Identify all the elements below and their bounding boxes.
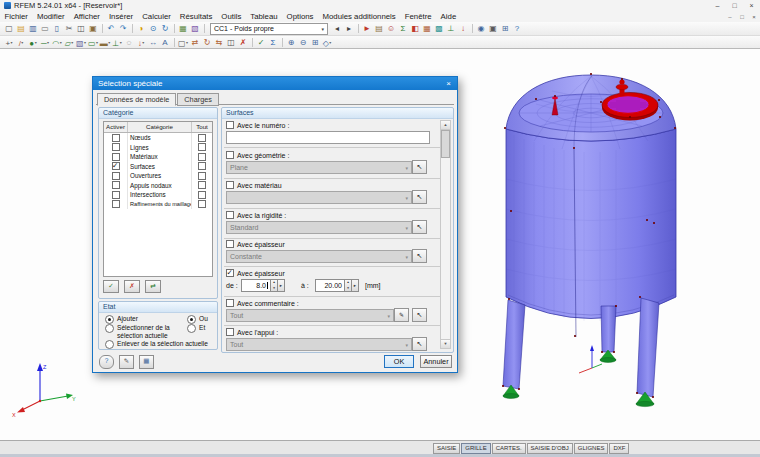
edit-comment-button[interactable]: ✎ xyxy=(119,355,134,369)
dimension-icon[interactable]: ↔ xyxy=(147,37,159,48)
mdi-close-button[interactable]: × xyxy=(748,14,760,20)
new-window-icon[interactable]: ⊞ xyxy=(499,23,511,34)
thickness-type-select[interactable]: Constante ▾ xyxy=(226,250,412,263)
snap-icon[interactable]: +▾ xyxy=(3,37,15,48)
print-icon[interactable]: ▭ xyxy=(39,23,51,34)
activer-checkbox[interactable] xyxy=(112,153,120,161)
zoom-window-icon[interactable]: ⊞ xyxy=(309,37,321,48)
new-file-icon[interactable]: ▢ xyxy=(3,23,15,34)
move-icon[interactable]: ⇄ xyxy=(189,37,201,48)
table-settings-button[interactable]: ▦ xyxy=(139,355,154,369)
load-case-combo[interactable]: CC1 - Poids propre ▾ xyxy=(210,23,328,35)
thickness-to-measure-button[interactable] xyxy=(352,279,359,292)
with-stiffness-option[interactable]: Avec la rigidité : xyxy=(226,211,286,219)
activer-checkbox[interactable] xyxy=(112,200,120,208)
invert-selection-button[interactable]: ⇄ xyxy=(145,280,161,293)
with-stiffness-checkbox[interactable] xyxy=(226,211,234,219)
guideline-icon[interactable]: /▾ xyxy=(15,37,27,48)
support-icon[interactable]: ⊥ xyxy=(445,23,457,34)
mirror-icon[interactable]: ⇆ xyxy=(213,37,225,48)
scroll-down-icon[interactable]: ▼ xyxy=(441,339,450,348)
mdi-restore-button[interactable]: □ xyxy=(736,14,748,20)
zoom-out-icon[interactable]: ⊖ xyxy=(297,37,309,48)
menu-item-fen-tre[interactable]: Fenêtre xyxy=(400,12,436,21)
status-tab-dxf[interactable]: DXF xyxy=(609,443,629,454)
new-arc-icon[interactable]: ◠▾ xyxy=(51,37,63,48)
activer-checkbox[interactable] xyxy=(112,172,120,180)
surfaces-scrollbar[interactable]: ▲ ▼ xyxy=(440,120,451,349)
new-node-icon[interactable]: ●▾ xyxy=(27,37,39,48)
render-icon[interactable]: ◑ xyxy=(135,23,147,34)
tout-checkbox[interactable] xyxy=(198,143,206,151)
undo-icon[interactable]: ↶ xyxy=(105,23,117,34)
thickness-to-input[interactable]: 20.00 xyxy=(315,279,345,292)
display-properties-icon[interactable]: ▧ xyxy=(189,23,201,34)
select-icon[interactable]: ▢▾ xyxy=(177,37,189,48)
menu-item-calculer[interactable]: Calculer xyxy=(138,12,176,21)
select-all-button[interactable]: ✓ xyxy=(103,280,119,293)
material-picker-button[interactable]: ↖ xyxy=(412,190,427,204)
activer-checkbox[interactable] xyxy=(112,181,120,189)
user-icon[interactable]: ☺ xyxy=(385,23,397,34)
menu-item-afficher[interactable]: Afficher xyxy=(69,12,104,21)
tables-icon[interactable]: ▦ xyxy=(421,23,433,34)
copy-object-icon[interactable]: ◫ xyxy=(225,37,237,48)
text-annotation-icon[interactable]: A xyxy=(159,37,171,48)
status-tab-grille[interactable]: GRILLE xyxy=(461,443,490,454)
deselect-all-button[interactable]: ✗ xyxy=(124,280,140,293)
load-icon[interactable]: ↓ xyxy=(457,23,469,34)
with-thickness-option[interactable]: Avec épaisseur xyxy=(226,269,285,277)
activer-checkbox[interactable] xyxy=(112,134,120,142)
loadcase-previous-icon[interactable]: ◂ xyxy=(331,23,343,34)
with-thickness-type-option[interactable]: Avec épaisseur xyxy=(226,240,285,248)
print-preview-icon[interactable]: ▯ xyxy=(51,23,63,34)
dialog-close-icon[interactable]: × xyxy=(440,77,457,90)
menu-item-r-sultats[interactable]: Résultats xyxy=(175,12,217,21)
new-load-icon[interactable]: ↓▾ xyxy=(135,37,147,48)
with-number-checkbox[interactable] xyxy=(226,121,234,129)
camera-icon[interactable]: ▣ xyxy=(487,23,499,34)
activer-checkbox[interactable] xyxy=(112,191,120,199)
new-member-icon[interactable]: ▬▾ xyxy=(99,37,111,48)
with-comment-checkbox[interactable] xyxy=(226,299,234,307)
spin-down-icon[interactable] xyxy=(345,286,351,292)
zoom-in-icon[interactable]: ⊕ xyxy=(285,37,297,48)
radio-ajouter[interactable]: Ajouter xyxy=(105,315,138,324)
thickness-from-stepper[interactable] xyxy=(271,279,278,292)
zoom-icon[interactable]: ⊙ xyxy=(147,23,159,34)
tout-checkbox[interactable] xyxy=(198,134,206,142)
comment-icon[interactable]: ▤ xyxy=(373,23,385,34)
status-tab-saisie[interactable]: SAISIE xyxy=(433,443,460,454)
help-button[interactable]: ? xyxy=(99,355,114,369)
minimize-button[interactable]: – xyxy=(709,0,726,11)
tout-checkbox[interactable] xyxy=(198,200,206,208)
with-support-checkbox[interactable] xyxy=(226,328,234,336)
cancel-button[interactable]: Annuler xyxy=(420,355,452,368)
tab-model-data[interactable]: Données de modèle xyxy=(97,93,176,106)
sum-calculate-icon[interactable]: Σ xyxy=(397,23,409,34)
new-support-icon[interactable]: ⊥▾ xyxy=(111,37,123,48)
support-picker-button[interactable]: ↖ xyxy=(412,337,427,351)
new-line-icon[interactable]: ─▾ xyxy=(39,37,51,48)
new-surface-icon[interactable]: ▱▾ xyxy=(63,37,75,48)
redo-icon[interactable]: ↷ xyxy=(117,23,129,34)
geometry-select[interactable]: Plane ▾ xyxy=(226,161,412,174)
mesh-icon[interactable]: ▩ xyxy=(433,23,445,34)
tout-checkbox[interactable] xyxy=(198,172,206,180)
with-number-option[interactable]: Avec le numéro : xyxy=(226,121,289,129)
status-tab-glignes[interactable]: GLIGNES xyxy=(574,443,609,454)
new-solid-icon[interactable]: ▧▾ xyxy=(75,37,87,48)
comment-select[interactable]: Tout ▾ xyxy=(226,309,394,322)
close-button[interactable]: × xyxy=(743,0,760,11)
rotate-view-icon[interactable]: ↻ xyxy=(159,23,171,34)
comment-picker-button[interactable]: ↖ xyxy=(412,308,427,322)
flag-icon[interactable]: ► xyxy=(361,23,373,34)
with-support-option[interactable]: Avec l'appui : xyxy=(226,328,278,336)
results-icon[interactable]: ◧ xyxy=(409,23,421,34)
menu-item-modules-additionnels[interactable]: Modules additionnels xyxy=(318,12,400,21)
tab-loads[interactable]: Charges xyxy=(177,93,219,106)
radio-enlever[interactable]: Enlever de la sélection actuelle xyxy=(105,340,215,349)
mdi-minimize-button[interactable]: – xyxy=(724,14,736,20)
menu-item-ins-rer[interactable]: Insérer xyxy=(104,12,137,21)
material-select[interactable]: ▾ xyxy=(226,191,412,204)
